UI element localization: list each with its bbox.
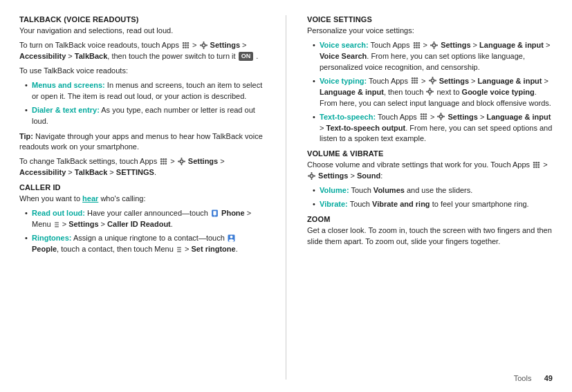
- svg-point-4: [185, 44, 187, 46]
- hear-link: hear: [82, 194, 98, 203]
- settings-icon-tts: [437, 113, 445, 120]
- svg-rect-51: [434, 47, 435, 49]
- svg-rect-83: [441, 113, 442, 115]
- svg-rect-11: [203, 47, 204, 49]
- talkback-para3: To change TalkBack settings, touch Apps: [19, 156, 265, 178]
- svg-rect-67: [434, 80, 436, 82]
- svg-point-44: [416, 44, 418, 46]
- svg-rect-72: [432, 91, 434, 93]
- page-container: TALKBACK (VOICE READOUTS) Your navigatio…: [0, 0, 572, 392]
- svg-rect-26: [178, 161, 180, 162]
- svg-rect-100: [313, 176, 315, 177]
- svg-point-68: [429, 91, 432, 93]
- svg-point-42: [418, 41, 420, 44]
- svg-rect-69: [430, 88, 431, 90]
- svg-rect-25: [181, 163, 182, 165]
- svg-point-58: [414, 80, 416, 82]
- apps-icon-vs: [413, 41, 421, 49]
- svg-point-95: [538, 166, 540, 168]
- caller-id-section: CALLER ID When you want to hear who's ca…: [19, 183, 265, 255]
- bullet2-label: Dialer & text entry:: [32, 106, 100, 114]
- talkback-title: TALKBACK (VOICE READOUTS): [19, 15, 265, 24]
- svg-point-47: [416, 46, 418, 48]
- svg-rect-99: [308, 176, 310, 177]
- volume-vibrate-section: VOLUME & VIBRATE Choose volume and vibra…: [307, 149, 553, 210]
- svg-point-74: [423, 113, 425, 115]
- svg-point-2: [187, 41, 189, 44]
- svg-rect-29: [213, 211, 216, 215]
- svg-point-17: [160, 160, 163, 162]
- svg-point-36: [229, 239, 234, 242]
- voice-search-label: Voice search:: [320, 41, 369, 49]
- apps-icon-vt: [411, 77, 418, 84]
- ringtones-label: Ringtones:: [32, 234, 71, 242]
- svg-point-1: [185, 41, 187, 44]
- svg-point-77: [423, 115, 425, 118]
- voice-settings-bullets: Voice search: Touch Apps > Settings > La…: [307, 40, 553, 144]
- svg-point-40: [413, 41, 415, 44]
- svg-rect-86: [443, 116, 445, 118]
- svg-point-7: [185, 46, 187, 48]
- settings-icon-vt: [429, 77, 436, 84]
- talkback-tip: Tip: Navigate through your apps and menu…: [19, 131, 265, 153]
- footer: Tools 49: [514, 374, 553, 382]
- svg-point-78: [425, 115, 427, 118]
- volume-vibrate-title: VOLUME & VIBRATE: [307, 149, 553, 158]
- voice-settings-section: VOICE SETTINGS Personalize your voice se…: [307, 15, 553, 144]
- vibrate-bullet: Vibrate: Touch Vibrate and ring to feel …: [314, 199, 553, 210]
- svg-point-43: [413, 44, 415, 46]
- tip-label: Tip:: [19, 132, 33, 140]
- on-badge: ON: [239, 52, 254, 61]
- svg-rect-97: [311, 172, 313, 174]
- talkback-para1-text1: To turn on TalkBack voice readouts, touc…: [19, 41, 181, 49]
- svg-point-3: [183, 44, 185, 46]
- menu-icon-1: [54, 221, 59, 227]
- svg-point-57: [412, 80, 414, 82]
- talkback-para2: To use TalkBack voice readouts:: [19, 66, 265, 77]
- talkback-bullets: Menus and screens: In menus and screens,…: [19, 80, 265, 127]
- svg-point-41: [416, 41, 418, 44]
- svg-rect-37: [177, 248, 181, 248]
- caller-id-intro: When you want to hear who's calling:: [19, 194, 265, 205]
- talkback-bullet-1: Menus and screens: In menus and screens,…: [26, 80, 265, 102]
- caller-id-title: CALLER ID: [19, 183, 265, 192]
- svg-point-5: [187, 44, 189, 46]
- settings-icon-1: [200, 41, 207, 49]
- svg-rect-31: [55, 223, 59, 223]
- svg-point-14: [160, 158, 163, 160]
- tts-label: Text-to-speech:: [320, 113, 376, 121]
- caller-id-bullets: Read out loud: Have your caller announce…: [19, 208, 265, 255]
- svg-point-75: [425, 113, 427, 115]
- svg-point-49: [432, 44, 435, 46]
- settings-icon-vs: [430, 41, 438, 49]
- voice-search-bullet: Voice search: Touch Apps > Settings > La…: [314, 40, 553, 73]
- talkback-bullet-2: Dialer & text entry: As you type, each n…: [26, 105, 265, 127]
- svg-rect-71: [426, 91, 428, 93]
- svg-point-54: [412, 77, 414, 80]
- svg-point-19: [165, 160, 167, 162]
- apps-icon-2: [160, 158, 167, 165]
- vibrate-label: Vibrate:: [320, 200, 348, 208]
- column-divider: [286, 15, 286, 380]
- footer-label: Tools: [514, 374, 532, 382]
- svg-point-62: [416, 82, 418, 84]
- svg-point-8: [187, 46, 189, 48]
- svg-point-63: [431, 80, 434, 82]
- svg-rect-53: [436, 44, 438, 46]
- volume-bullet: Volume: Touch Volumes and use the slider…: [314, 185, 553, 196]
- svg-point-87: [533, 162, 535, 164]
- svg-rect-65: [432, 83, 433, 85]
- svg-point-6: [183, 46, 185, 48]
- svg-rect-32: [55, 225, 59, 225]
- svg-point-73: [421, 113, 423, 115]
- svg-point-93: [533, 166, 535, 168]
- svg-point-89: [538, 162, 540, 164]
- svg-point-91: [535, 164, 537, 166]
- tip-text: Navigate through your apps and menus to …: [19, 132, 263, 151]
- voice-typing-label: Voice typing:: [320, 77, 367, 85]
- svg-point-16: [165, 158, 167, 160]
- svg-point-15: [163, 158, 165, 160]
- gear-icon-vt: [426, 88, 434, 95]
- voice-settings-title: VOICE SETTINGS: [307, 15, 553, 24]
- svg-point-60: [412, 82, 414, 84]
